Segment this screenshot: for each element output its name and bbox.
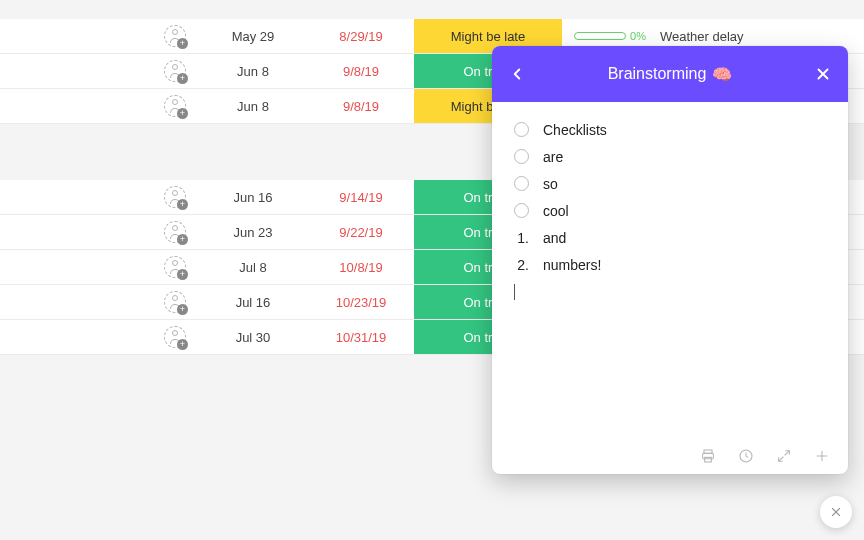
assignee-cell[interactable]: +: [0, 60, 198, 82]
checkbox-icon[interactable]: [514, 122, 529, 137]
assignee-cell[interactable]: +: [0, 221, 198, 243]
assignee-cell[interactable]: +: [0, 186, 198, 208]
add-assignee-icon[interactable]: +: [164, 60, 186, 82]
checkbox-icon[interactable]: [514, 176, 529, 191]
svg-rect-4: [705, 457, 712, 462]
number-marker: 1.: [514, 230, 529, 246]
start-date[interactable]: Jul 16: [198, 295, 308, 310]
svg-line-7: [779, 457, 784, 462]
add-assignee-icon[interactable]: +: [164, 186, 186, 208]
brainstorming-panel: Brainstorming 🧠 Checklistsaresocool1.and…: [492, 46, 848, 474]
due-date[interactable]: 10/8/19: [308, 260, 414, 275]
progress-bar: [574, 32, 626, 40]
add-assignee-icon[interactable]: +: [164, 291, 186, 313]
panel-title-text: Brainstorming: [608, 65, 707, 83]
assignee-cell[interactable]: +: [0, 326, 198, 348]
checklist-item-label: cool: [543, 203, 569, 219]
due-date[interactable]: 9/22/19: [308, 225, 414, 240]
panel-header: Brainstorming 🧠: [492, 46, 848, 102]
text-cursor-line[interactable]: [514, 278, 842, 305]
due-date[interactable]: 8/29/19: [308, 29, 414, 44]
panel-title: Brainstorming 🧠: [608, 65, 733, 84]
assignee-cell[interactable]: +: [0, 291, 198, 313]
start-date[interactable]: Jun 8: [198, 99, 308, 114]
checkbox-icon[interactable]: [514, 149, 529, 164]
start-date[interactable]: May 29: [198, 29, 308, 44]
brain-icon: 🧠: [712, 65, 732, 84]
start-date[interactable]: Jun 23: [198, 225, 308, 240]
panel-body[interactable]: Checklistsaresocool1.and2.numbers!: [492, 102, 848, 438]
panel-footer: [492, 438, 848, 474]
checklist-item-label: are: [543, 149, 563, 165]
due-date[interactable]: 9/8/19: [308, 99, 414, 114]
floating-close-button[interactable]: [820, 496, 852, 528]
checkbox-icon[interactable]: [514, 203, 529, 218]
due-date[interactable]: 10/23/19: [308, 295, 414, 310]
panel-back-button[interactable]: [508, 65, 526, 83]
expand-icon[interactable]: [776, 448, 792, 464]
assignee-cell[interactable]: +: [0, 25, 198, 47]
checklist-item[interactable]: so: [514, 170, 842, 197]
numbered-item[interactable]: 1.and: [514, 224, 842, 251]
progress-cell[interactable]: 0%: [562, 30, 650, 42]
numbered-item[interactable]: 2.numbers!: [514, 251, 842, 278]
checklist-item-label: Checklists: [543, 122, 607, 138]
checklist-item[interactable]: cool: [514, 197, 842, 224]
add-assignee-icon[interactable]: +: [164, 256, 186, 278]
history-icon[interactable]: [738, 448, 754, 464]
start-date[interactable]: Jun 8: [198, 64, 308, 79]
print-icon[interactable]: [700, 448, 716, 464]
due-date[interactable]: 9/8/19: [308, 64, 414, 79]
add-assignee-icon[interactable]: +: [164, 25, 186, 47]
add-icon[interactable]: [814, 448, 830, 464]
add-assignee-icon[interactable]: +: [164, 95, 186, 117]
numbered-item-label: and: [543, 230, 566, 246]
assignee-cell[interactable]: +: [0, 256, 198, 278]
add-assignee-icon[interactable]: +: [164, 221, 186, 243]
checklist-item[interactable]: Checklists: [514, 116, 842, 143]
note-cell[interactable]: Weather delay: [650, 29, 864, 44]
due-date[interactable]: 10/31/19: [308, 330, 414, 345]
assignee-cell[interactable]: +: [0, 95, 198, 117]
checklist-item[interactable]: are: [514, 143, 842, 170]
checklist-item-label: so: [543, 176, 558, 192]
number-marker: 2.: [514, 257, 529, 273]
svg-line-6: [785, 451, 790, 456]
start-date[interactable]: Jul 8: [198, 260, 308, 275]
progress-percent: 0%: [630, 30, 646, 42]
start-date[interactable]: Jul 30: [198, 330, 308, 345]
add-assignee-icon[interactable]: +: [164, 326, 186, 348]
due-date[interactable]: 9/14/19: [308, 190, 414, 205]
panel-close-button[interactable]: [814, 65, 832, 83]
text-cursor: [514, 284, 515, 300]
start-date[interactable]: Jun 16: [198, 190, 308, 205]
numbered-item-label: numbers!: [543, 257, 601, 273]
